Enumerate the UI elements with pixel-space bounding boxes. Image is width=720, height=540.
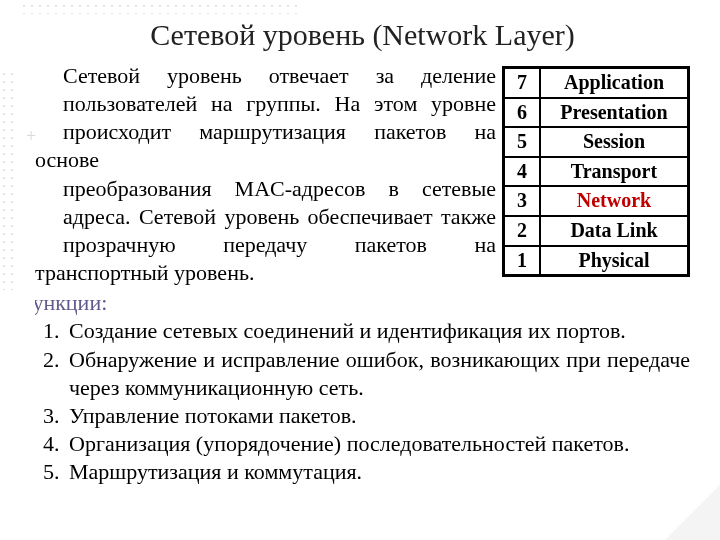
content-area: 7Application6Presentation5Session4Transp… bbox=[35, 62, 690, 486]
osi-row: 7Application bbox=[504, 68, 689, 98]
osi-layer-number: 1 bbox=[504, 246, 541, 276]
osi-row: 2Data Link bbox=[504, 216, 689, 246]
osi-layer-name: Transport bbox=[540, 157, 689, 187]
page-corner-fold bbox=[665, 485, 720, 540]
osi-layer-name: Data Link bbox=[540, 216, 689, 246]
slide-page: Сетевой уровень (Network Layer) 7Applica… bbox=[0, 0, 720, 540]
osi-layer-name: Presentation bbox=[540, 98, 689, 128]
list-item: Организация (упорядочение) последователь… bbox=[65, 430, 690, 458]
osi-layers-table: 7Application6Presentation5Session4Transp… bbox=[502, 66, 690, 277]
osi-row: 5Session bbox=[504, 127, 689, 157]
list-item: Обнаружение и исправление ошибок, возник… bbox=[65, 346, 690, 402]
osi-row: 6Presentation bbox=[504, 98, 689, 128]
osi-layer-number: 3 bbox=[504, 186, 541, 216]
list-item: Управление потоками пакетов. bbox=[65, 402, 690, 430]
osi-layer-number: 2 bbox=[504, 216, 541, 246]
page-title: Сетевой уровень (Network Layer) bbox=[35, 18, 690, 52]
osi-layer-number: 5 bbox=[504, 127, 541, 157]
list-item: Создание сетевых соединений и идентифика… bbox=[65, 317, 690, 345]
osi-layer-name: Physical bbox=[540, 246, 689, 276]
functions-list: Создание сетевых соединений и идентифика… bbox=[35, 317, 690, 486]
crosshair-icon: + bbox=[26, 126, 36, 147]
osi-layer-name: Network bbox=[540, 186, 689, 216]
osi-layer-number: 7 bbox=[504, 68, 541, 98]
osi-row: 3Network bbox=[504, 186, 689, 216]
osi-layer-number: 4 bbox=[504, 157, 541, 187]
osi-row: 4Transport bbox=[504, 157, 689, 187]
list-item: Маршрутизация и коммутация. bbox=[65, 458, 690, 486]
osi-layer-name: Application bbox=[540, 68, 689, 98]
osi-layer-name: Session bbox=[540, 127, 689, 157]
osi-row: 1Physical bbox=[504, 246, 689, 276]
functions-heading: Функции: bbox=[35, 289, 690, 317]
osi-layer-number: 6 bbox=[504, 98, 541, 128]
